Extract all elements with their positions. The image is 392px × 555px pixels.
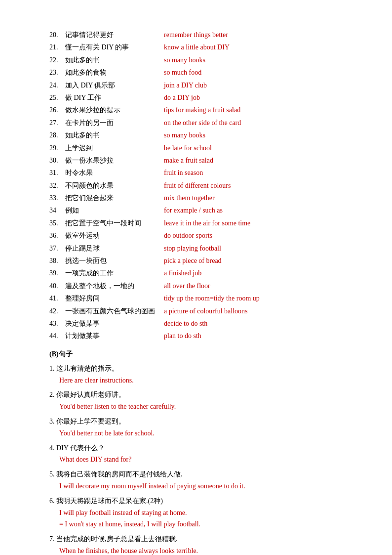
vocab-item: 42. 一张画有五颜六色气球的图画 a picture of colourful… (49, 306, 343, 317)
sentence-zh: DIY 代表什么？ (56, 444, 105, 452)
vocab-num: 25. (49, 92, 65, 103)
vocab-zh: 把它置于空气中一段时间 (65, 218, 164, 229)
vocab-en: stop playing football (164, 243, 343, 254)
sentence-zh: 当他完成的时候,房子总是看上去很糟糕. (56, 535, 177, 543)
vocab-num: 29. (49, 143, 65, 154)
vocab-num: 30. (49, 155, 65, 166)
vocab-zh: 把它们混合起来 (65, 193, 164, 204)
vocab-en: so many books (164, 55, 343, 66)
vocab-en: mix them together (164, 193, 343, 204)
vocab-zh: 计划做某事 (65, 331, 164, 342)
sentence-num: 6. (49, 497, 56, 505)
sentence-zh: 我将自己装饰我的房间而不是付钱给人做. (56, 470, 183, 478)
vocab-item: 26. 做水果沙拉的提示 tips for making a fruit sal… (49, 105, 343, 116)
vocab-en: tips for making a fruit salad (164, 105, 343, 116)
vocab-item: 22. 如此多的书 so many books (49, 55, 343, 66)
vocab-item: 20. 记事情记得更好 remember things better (49, 30, 343, 41)
vocab-en: do a DIY job (164, 92, 343, 103)
vocab-zh: 做水果沙拉的提示 (65, 105, 164, 116)
vocab-item: 27. 在卡片的另一面 on the other side of the car… (49, 118, 343, 128)
sentence-en-alt: = I won't stay at home, instead, I will … (59, 518, 343, 530)
vocab-num: 22. (49, 55, 65, 66)
vocab-item: 25. 做 DIY 工作 do a DIY job (49, 92, 343, 103)
sentence-en: You'd better listen to the teacher caref… (59, 401, 343, 413)
vocab-en: plan to do sth (164, 331, 343, 342)
vocab-en: so much food (164, 67, 343, 78)
sentence-en: I will play football instead of staying … (59, 507, 343, 519)
vocab-num: 35. (49, 218, 65, 229)
sentence-zh: 你最好认真听老师讲。 (56, 391, 125, 398)
vocab-zh: 例如 (65, 205, 164, 216)
vocab-num: 43. (49, 318, 65, 329)
vocab-zh: 如此多的食物 (65, 67, 164, 78)
vocab-en: decide to do sth (164, 318, 343, 329)
vocab-item: 44. 计划做某事 plan to do sth (49, 331, 343, 342)
vocab-num: 44. (49, 331, 65, 342)
vocab-num: 23. (49, 67, 65, 78)
vocab-zh: 懂一点有关 DIY 的事 (65, 42, 164, 53)
vocab-en: a finished job (164, 268, 343, 279)
vocab-zh: 做一份水果沙拉 (65, 155, 164, 166)
sentence-item: 1. 这儿有清楚的指示。Here are clear instructions. (49, 363, 343, 386)
vocab-num: 41. (49, 293, 65, 304)
vocab-num: 37. (49, 243, 65, 254)
vocab-zh: 遍及整个地板，一地的 (65, 281, 164, 292)
vocab-zh: 不同颜色的水果 (65, 180, 164, 191)
sentence-en: When he finishes, the house always looks… (59, 545, 343, 555)
sentence-zh: 我明天将踢足球而不是呆在家.(2种) (56, 497, 163, 505)
vocab-item: 29. 上学迟到 be late for school (49, 143, 343, 154)
vocab-en: remember things better (164, 30, 343, 41)
vocab-zh: 加入 DIY 俱乐部 (65, 80, 164, 91)
sentence-zh: 这儿有清楚的指示。 (56, 365, 118, 372)
vocab-num: 26. (49, 105, 65, 116)
vocab-num: 40. (49, 281, 65, 292)
vocab-item: 30. 做一份水果沙拉 make a fruit salad (49, 155, 343, 166)
vocab-num: 20. (49, 30, 65, 41)
vocab-item: 32. 不同颜色的水果 fruit of different colours (49, 180, 343, 191)
sentence-item: 3. 你最好上学不要迟到。You'd better not be late fo… (49, 416, 343, 439)
vocab-en: be late for school (164, 143, 343, 154)
vocab-en: a picture of colourful balloons (164, 306, 343, 317)
section-b-title: (B)句子 (49, 350, 343, 359)
vocab-num: 36. (49, 230, 65, 241)
sentence-en: Here are clear instructions. (59, 375, 343, 386)
sentence-item: 4. DIY 代表什么？What does DIY stand for? (49, 442, 343, 466)
vocab-item: 23. 如此多的食物 so much food (49, 67, 343, 78)
sentence-item: 2. 你最好认真听老师讲。You'd better listen to the … (49, 389, 343, 413)
vocab-zh: 做 DIY 工作 (65, 92, 164, 103)
vocab-en: fruit of different colours (164, 180, 343, 191)
sentence-item: 7. 当他完成的时候,房子总是看上去很糟糕.When he finishes, … (49, 533, 343, 555)
vocab-num: 27. (49, 118, 65, 128)
vocab-zh: 一项完成的工作 (65, 268, 164, 279)
vocab-en: tidy up the room=tidy the room up (164, 293, 343, 304)
vocab-item: 41. 整理好房间 tidy up the room=tidy the room… (49, 293, 343, 304)
vocab-item: 43. 决定做某事 decide to do sth (49, 318, 343, 329)
vocab-item: 33. 把它们混合起来 mix them together (49, 193, 343, 204)
sentence-item: 6. 我明天将踢足球而不是呆在家.(2种)I will play footbal… (49, 495, 343, 530)
sentence-en: I will decorate my room myself instead o… (59, 480, 343, 492)
vocab-item: 40. 遍及整个地板，一地的 all over the floor (49, 281, 343, 292)
vocab-item: 38. 挑选一块面包 pick a piece of bread (49, 256, 343, 266)
vocab-num: 38. (49, 256, 65, 266)
vocab-en: join a DIY club (164, 80, 343, 91)
vocab-en: leave it in the air for some time (164, 218, 343, 229)
vocab-zh: 决定做某事 (65, 318, 164, 329)
vocab-zh: 做室外运动 (65, 230, 164, 241)
vocab-num: 31. (49, 168, 65, 178)
vocab-en: pick a piece of bread (164, 256, 343, 266)
vocab-num: 24. (49, 80, 65, 91)
vocab-num: 32. (49, 180, 65, 191)
vocab-en: do outdoor sports (164, 230, 343, 241)
vocab-zh: 上学迟到 (65, 143, 164, 154)
vocab-num: 42. (49, 306, 65, 317)
sentence-num: 4. (49, 444, 56, 452)
sentences-section: (B)句子 1. 这儿有清楚的指示。Here are clear instruc… (49, 350, 343, 555)
vocab-item: 21. 懂一点有关 DIY 的事 know a little about DIY (49, 42, 343, 53)
vocab-en: so many books (164, 130, 343, 141)
sentence-zh: 你最好上学不要迟到。 (56, 418, 125, 425)
vocab-zh: 如此多的书 (65, 55, 164, 66)
vocab-zh: 挑选一块面包 (65, 256, 164, 266)
vocab-list: 20. 记事情记得更好 remember things better 21. 懂… (49, 30, 343, 342)
vocab-item: 34 例如 for example / such as (49, 205, 343, 216)
vocab-en: on the other side of the card (164, 118, 343, 128)
